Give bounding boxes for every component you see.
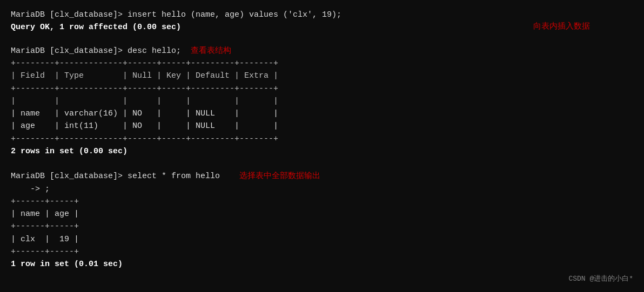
table-header: | Field | Type | Null | Key | Default | … bbox=[11, 70, 633, 82]
table-border-top: +--------+-------------+------+-----+---… bbox=[11, 57, 633, 70]
csdn-watermark: CSDN @进击的小白* bbox=[568, 274, 633, 283]
one-row-result: 1 row in set (0.01 sec) bbox=[11, 258, 633, 270]
blank-line-1 bbox=[11, 32, 633, 45]
table-border-bottom: +--------+-------------+------+-----+---… bbox=[11, 133, 633, 145]
blank-line-2 bbox=[11, 158, 633, 170]
table-border-mid: +--------+-------------+------+-----+---… bbox=[11, 83, 633, 95]
table-row-age: | age | int(11) | NO | | NULL | | bbox=[11, 120, 633, 132]
select-command-line: MariaDB [clx_database]> select * from he… bbox=[11, 170, 633, 182]
table-row-name: | name | varchar(16) | NO | | NULL | | bbox=[11, 107, 633, 120]
select-border-top: +------+-----+ bbox=[11, 195, 633, 208]
annotation-desc: 查看表结构 bbox=[191, 46, 231, 56]
annotation-select: 选择表中全部数据输出 bbox=[239, 172, 320, 181]
two-rows-result: 2 rows in set (0.00 sec) bbox=[11, 145, 633, 158]
insert-command-line: MariaDB [clx_database]> insert hello (na… bbox=[11, 9, 633, 21]
select-border-bottom: +------+-----+ bbox=[11, 246, 633, 258]
select-data-row: | clx | 19 | bbox=[11, 233, 633, 246]
table-blank-row: | | | | | | | bbox=[11, 95, 633, 107]
select-border-mid: +------+-----+ bbox=[11, 220, 633, 233]
select-continuation: -> ; bbox=[11, 183, 633, 195]
annotation-insert: 向表内插入数据 bbox=[533, 22, 590, 31]
select-header-row: | name | age | bbox=[11, 208, 633, 220]
desc-command-line: MariaDB [clx_database]> desc hello; 查看表结… bbox=[11, 45, 633, 57]
terminal: MariaDB [clx_database]> insert hello (na… bbox=[0, 0, 644, 292]
